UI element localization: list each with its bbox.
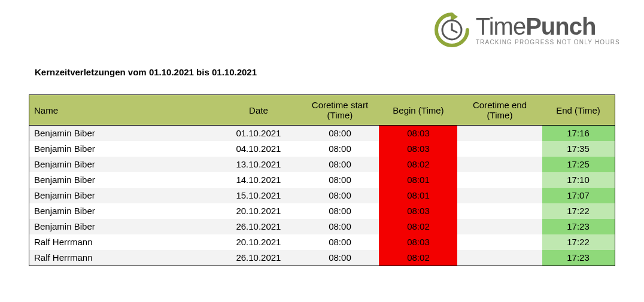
table-row: Benjamin Biber04.10.202108:0008:0317:35: [29, 141, 615, 157]
brand-part2: Punch: [525, 13, 596, 39]
col-header-end: End (Time): [542, 95, 615, 126]
brand-name: TimePunch: [476, 14, 596, 38]
cell-begin: 08:03: [379, 234, 457, 250]
cell-date: 20.10.2021: [216, 234, 300, 250]
brand-tagline: TRACKING PROGRESS NOT ONLY HOURS: [476, 39, 620, 45]
svg-line-3: [452, 30, 457, 32]
table-row: Benjamin Biber13.10.202108:0008:0217:25: [29, 157, 615, 172]
cell-coretime-start: 08:00: [300, 126, 379, 141]
cell-end: 17:35: [542, 141, 615, 157]
cell-date: 01.10.2021: [216, 126, 300, 141]
cell-begin: 08:03: [379, 141, 457, 157]
clock-arrow-icon: [433, 11, 471, 49]
cell-coretime-start: 08:00: [300, 157, 379, 172]
cell-begin: 08:02: [379, 157, 457, 172]
cell-end: 17:16: [542, 126, 615, 141]
brand-part1: Time: [476, 13, 525, 39]
cell-coretime-end: [457, 141, 542, 157]
cell-date: 26.10.2021: [216, 219, 300, 234]
cell-name: Benjamin Biber: [29, 219, 216, 234]
cell-coretime-start: 08:00: [300, 219, 379, 234]
violations-table: Name Date Coretime start (Time) Begin (T…: [29, 94, 615, 266]
cell-name: Benjamin Biber: [29, 126, 216, 141]
cell-end: 17:22: [542, 203, 615, 219]
cell-end: 17:22: [542, 234, 615, 250]
col-header-date: Date: [216, 95, 300, 126]
cell-end: 17:25: [542, 157, 615, 172]
cell-begin: 08:02: [379, 250, 457, 266]
cell-coretime-start: 08:00: [300, 203, 379, 219]
table-row: Ralf Herrmann26.10.202108:0008:0217:23: [29, 250, 615, 266]
cell-end: 17:23: [542, 250, 615, 266]
cell-coretime-end: [457, 157, 542, 172]
cell-name: Ralf Herrmann: [29, 250, 216, 266]
cell-name: Benjamin Biber: [29, 141, 216, 157]
cell-date: 04.10.2021: [216, 141, 300, 157]
cell-coretime-end: [457, 188, 542, 203]
table-row: Ralf Herrmann20.10.202108:0008:0317:22: [29, 234, 615, 250]
cell-begin: 08:01: [379, 172, 457, 188]
table-row: Benjamin Biber15.10.202108:0008:0117:07: [29, 188, 615, 203]
table-row: Benjamin Biber26.10.202108:0008:0217:23: [29, 219, 615, 234]
cell-begin: 08:01: [379, 188, 457, 203]
table-row: Benjamin Biber14.10.202108:0008:0117:10: [29, 172, 615, 188]
page-title: Kernzeitverletzungen vom 01.10.2021 bis …: [35, 67, 257, 77]
col-header-coretime-start: Coretime start (Time): [300, 95, 379, 126]
cell-coretime-end: [457, 250, 542, 266]
cell-date: 20.10.2021: [216, 203, 300, 219]
cell-name: Benjamin Biber: [29, 188, 216, 203]
cell-name: Benjamin Biber: [29, 203, 216, 219]
table-row: Benjamin Biber20.10.202108:0008:0317:22: [29, 203, 615, 219]
col-header-begin: Begin (Time): [379, 95, 457, 126]
cell-coretime-start: 08:00: [300, 188, 379, 203]
cell-name: Benjamin Biber: [29, 172, 216, 188]
cell-coretime-end: [457, 234, 542, 250]
cell-name: Ralf Herrmann: [29, 234, 216, 250]
table-row: Benjamin Biber01.10.202108:0008:0317:16: [29, 126, 615, 141]
cell-end: 17:23: [542, 219, 615, 234]
cell-coretime-end: [457, 219, 542, 234]
cell-begin: 08:03: [379, 203, 457, 219]
logo-text: TimePunch TRACKING PROGRESS NOT ONLY HOU…: [476, 14, 620, 45]
cell-begin: 08:03: [379, 126, 457, 141]
logo: TimePunch TRACKING PROGRESS NOT ONLY HOU…: [433, 11, 620, 49]
cell-date: 26.10.2021: [216, 250, 300, 266]
cell-coretime-end: [457, 172, 542, 188]
cell-date: 13.10.2021: [216, 157, 300, 172]
cell-coretime-start: 08:00: [300, 250, 379, 266]
cell-date: 15.10.2021: [216, 188, 300, 203]
col-header-coretime-end: Coretime end (Time): [457, 95, 542, 126]
cell-coretime-end: [457, 203, 542, 219]
cell-end: 17:07: [542, 188, 615, 203]
cell-end: 17:10: [542, 172, 615, 188]
col-header-name: Name: [29, 95, 216, 126]
cell-coretime-end: [457, 126, 542, 141]
cell-coretime-start: 08:00: [300, 141, 379, 157]
cell-date: 14.10.2021: [216, 172, 300, 188]
cell-begin: 08:02: [379, 219, 457, 234]
cell-coretime-start: 08:00: [300, 172, 379, 188]
cell-name: Benjamin Biber: [29, 157, 216, 172]
table-header-row: Name Date Coretime start (Time) Begin (T…: [29, 95, 615, 126]
cell-coretime-start: 08:00: [300, 234, 379, 250]
